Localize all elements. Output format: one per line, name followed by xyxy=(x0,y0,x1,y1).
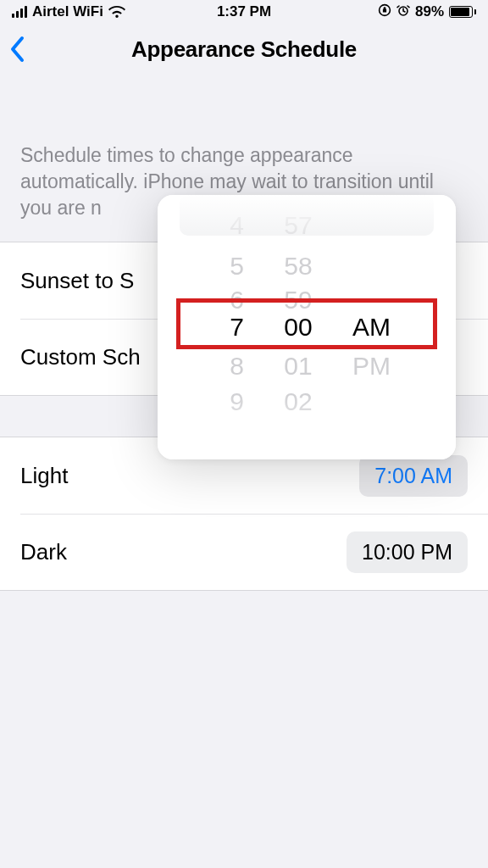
status-bar: Airtel WiFi 1:37 PM 89% xyxy=(0,0,488,24)
minute-wheel[interactable]: 57 58 59 00 01 02 xyxy=(256,195,341,459)
ampm-wheel[interactable]: AM PM xyxy=(341,195,425,459)
orientation-lock-icon xyxy=(378,3,391,21)
status-right: 89% xyxy=(378,3,476,21)
light-label: Light xyxy=(20,463,68,489)
signal-icon xyxy=(12,6,27,18)
nav-header: Appearance Schedule xyxy=(0,24,488,75)
hour-option[interactable]: 9 xyxy=(188,381,256,422)
hour-option[interactable]: 8 xyxy=(188,346,256,387)
time-picker-popover: 4 5 6 7 8 9 57 58 59 00 01 02 AM PM xyxy=(158,195,456,459)
row-label: Custom Sch xyxy=(20,344,141,370)
battery-pct: 89% xyxy=(415,3,444,20)
hour-option[interactable]: 4 xyxy=(188,205,256,246)
ampm-selected[interactable]: AM xyxy=(341,307,425,348)
row-dark[interactable]: Dark 10:00 PM xyxy=(20,514,488,590)
minute-option[interactable]: 02 xyxy=(256,381,341,422)
page-title: Appearance Schedule xyxy=(0,36,488,63)
wifi-icon xyxy=(108,6,125,19)
dark-label: Dark xyxy=(20,539,67,565)
battery-icon xyxy=(449,6,476,18)
hour-wheel[interactable]: 4 5 6 7 8 9 xyxy=(188,195,256,459)
ampm-option[interactable]: PM xyxy=(341,346,425,387)
status-left: Airtel WiFi xyxy=(12,3,125,20)
minute-option[interactable]: 01 xyxy=(256,346,341,387)
light-time-chip[interactable]: 7:00 AM xyxy=(359,455,468,497)
dark-time-chip[interactable]: 10:00 PM xyxy=(347,531,468,573)
minute-option[interactable]: 57 xyxy=(256,205,341,246)
picker-wheels: 4 5 6 7 8 9 57 58 59 00 01 02 AM PM xyxy=(158,195,456,459)
row-label: Sunset to S xyxy=(20,268,134,294)
carrier-label: Airtel WiFi xyxy=(32,3,103,20)
minute-selected[interactable]: 00 xyxy=(256,307,341,348)
alarm-icon xyxy=(396,3,410,21)
hour-selected[interactable]: 7 xyxy=(188,307,256,348)
appearance-times-group: Light 7:00 AM Dark 10:00 PM xyxy=(0,437,488,591)
